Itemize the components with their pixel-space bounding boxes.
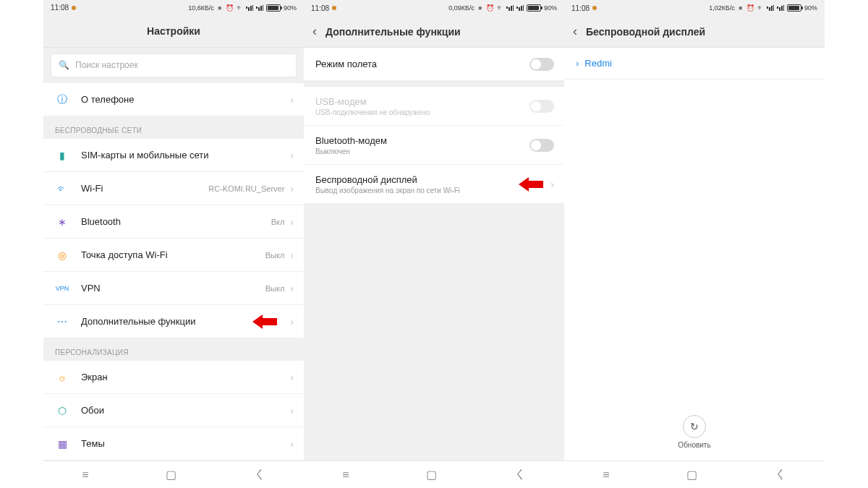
pointer-arrow-icon: [252, 315, 277, 328]
chevron-right-icon: ›: [576, 58, 579, 69]
section-header-personal: ПЕРСОНАЛИЗАЦИЯ: [43, 338, 304, 361]
row-label: Экран: [81, 372, 290, 382]
bluetooth-icon: ∗: [55, 215, 69, 229]
chevron-right-icon: ›: [290, 249, 294, 261]
search-input[interactable]: 🔍 Поиск настроек: [51, 53, 297, 78]
data-rate: 0,09КБ/с: [448, 4, 475, 12]
signal-icon: [256, 5, 263, 11]
row-hotspot[interactable]: ◎ Точка доступа Wi-Fi Выкл ›: [43, 239, 304, 272]
row-about-phone[interactable]: ⓘ О телефоне ›: [43, 83, 304, 116]
themes-icon: ▦: [55, 437, 69, 451]
chevron-right-icon: ›: [290, 438, 294, 450]
search-icon: 🔍: [59, 60, 69, 70]
row-label: SIM-карты и мобильные сети: [81, 150, 290, 160]
row-label: Bluetooth-модем: [315, 135, 529, 146]
screen-settings: 11:08 10,6КБ/с ∗ ⏰ ᯤ 90% Настройки 🔍 Пои…: [43, 0, 304, 488]
bluetooth-icon: ∗: [738, 4, 744, 12]
info-icon: ⓘ: [55, 93, 69, 107]
notification-dot-icon: [72, 6, 76, 10]
page-title: Беспроводной дисплей: [586, 26, 705, 38]
row-label: VPN: [81, 283, 265, 294]
chevron-right-icon: ›: [550, 179, 554, 190]
row-label: Wi-Fi: [81, 183, 208, 194]
device-redmi[interactable]: › Redmi: [564, 48, 825, 80]
row-themes[interactable]: ▦ Темы ›: [43, 427, 304, 461]
back-button[interactable]: く: [514, 467, 526, 482]
row-value: Вкл: [271, 218, 285, 226]
toggle-bt-tether[interactable]: [529, 139, 554, 152]
row-sim-cards[interactable]: ▮ SIM-карты и мобильные сети ›: [43, 139, 304, 172]
chevron-right-icon: ›: [290, 372, 294, 383]
row-label: Темы: [81, 438, 290, 449]
toggle-airplane[interactable]: [529, 58, 554, 71]
row-label: Беспроводной дисплей: [315, 174, 519, 185]
notification-dot-icon: [332, 6, 336, 10]
chevron-right-icon: ›: [290, 405, 294, 416]
row-bluetooth[interactable]: ∗ Bluetooth Вкл ›: [43, 205, 304, 239]
home-button[interactable]: ▢: [166, 468, 176, 481]
signal-icon: [777, 5, 784, 11]
row-usb-tether: USB-модем USB-подключения не обнаружено: [304, 87, 564, 126]
row-more-functions[interactable]: ⋯ Дополнительные функции ›: [43, 305, 304, 338]
signal-icon: [767, 5, 774, 11]
app-bar: Настройки: [43, 16, 304, 48]
alarm-icon: ⏰: [486, 4, 494, 12]
row-value: Выкл: [265, 284, 285, 293]
row-wifi[interactable]: ᯤ Wi-Fi RC-KOMI.RU_Server ›: [43, 172, 304, 205]
row-airplane-mode[interactable]: Режим полета: [304, 48, 564, 81]
app-bar: ‹ Дополнительные функции: [304, 16, 564, 48]
status-time: 11:08: [571, 4, 590, 12]
row-label: USB-модем: [315, 96, 529, 107]
row-value: RC-KOMI.RU_Server: [208, 184, 284, 193]
recents-button[interactable]: ≡: [603, 468, 609, 481]
screen-wireless-display: 11:08 1,02КБ/с ∗ ⏰ ᯤ 90% ‹ Беспроводной …: [564, 0, 825, 488]
wallpaper-icon: ⬡: [55, 403, 69, 418]
display-icon: ☼: [55, 370, 69, 385]
more-icon: ⋯: [55, 314, 69, 329]
row-wallpaper[interactable]: ⬡ Обои ›: [43, 394, 304, 427]
battery-pct: 90%: [544, 4, 557, 12]
screen-additional: 11:08 0,09КБ/с ∗ ⏰ ᯤ 90% ‹ Дополнительны…: [304, 0, 564, 488]
chevron-right-icon: ›: [290, 183, 294, 194]
home-button[interactable]: ▢: [426, 468, 437, 481]
system-nav-bar: ≡ ▢ く: [564, 461, 825, 488]
recents-button[interactable]: ≡: [342, 468, 349, 481]
page-title: Дополнительные функции: [326, 26, 461, 38]
status-time: 11:08: [51, 4, 69, 12]
wifi-icon: ᯤ: [497, 4, 503, 12]
back-icon[interactable]: ‹: [312, 24, 317, 39]
sim-icon: ▮: [55, 148, 69, 163]
row-wireless-display[interactable]: Беспроводной дисплей Вывод изображения н…: [304, 165, 564, 204]
row-sublabel: Выключен: [315, 147, 529, 155]
row-bt-tether[interactable]: Bluetooth-модем Выключен: [304, 126, 564, 165]
recents-button[interactable]: ≡: [82, 468, 88, 481]
row-display[interactable]: ☼ Экран ›: [43, 361, 304, 394]
bluetooth-icon: ∗: [217, 4, 223, 12]
back-button[interactable]: く: [775, 467, 786, 482]
wifi-icon: ᯤ: [237, 4, 243, 12]
row-sublabel: USB-подключения не обнаружено: [315, 108, 529, 116]
signal-icon: [516, 5, 524, 11]
refresh-button[interactable]: ↻: [683, 415, 706, 438]
system-nav-bar: ≡ ▢ く: [304, 461, 564, 488]
wifi-icon: ᯤ: [757, 4, 764, 12]
row-label: О телефоне: [81, 94, 290, 105]
refresh-area: ↻ Обновить: [564, 415, 825, 449]
row-label: Обои: [81, 405, 290, 416]
home-button[interactable]: ▢: [686, 468, 697, 481]
status-time: 11:08: [311, 4, 329, 12]
signal-icon: [506, 5, 514, 11]
back-icon[interactable]: ‹: [573, 24, 577, 39]
row-value: Выкл: [265, 251, 285, 260]
battery-icon: [266, 4, 281, 12]
app-bar: ‹ Беспроводной дисплей: [564, 16, 825, 48]
vpn-icon: VPN: [55, 281, 69, 296]
data-rate: 10,6КБ/с: [188, 4, 214, 12]
chevron-right-icon: ›: [290, 94, 294, 106]
alarm-icon: ⏰: [746, 4, 754, 12]
back-button[interactable]: く: [254, 467, 265, 482]
row-vpn[interactable]: VPN VPN Выкл ›: [43, 272, 304, 305]
chevron-right-icon: ›: [290, 316, 294, 328]
device-list-area: ↻ Обновить: [564, 80, 825, 461]
data-rate: 1,02КБ/с: [709, 4, 735, 12]
